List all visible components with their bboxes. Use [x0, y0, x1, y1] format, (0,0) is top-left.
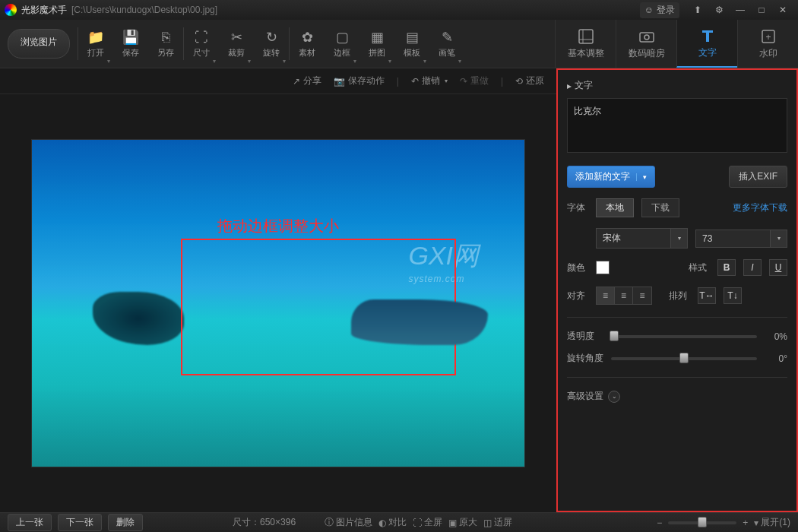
template-icon: ▤	[406, 29, 419, 46]
align-label: 对齐	[567, 290, 588, 302]
brush-icon: ✎	[442, 29, 453, 46]
next-image-button[interactable]: 下一张	[58, 514, 102, 531]
zoom-out-button[interactable]: −	[657, 518, 662, 528]
arrange-vertical-button[interactable]: T↓	[724, 287, 742, 304]
image-info-button[interactable]: ⓘ图片信息	[325, 516, 372, 529]
canvas-area: ↗分享 📷保存动作 | ↶撤销▾ ↷重做 | ⟲还原 GXI网system.co…	[0, 68, 556, 512]
bold-button[interactable]: B	[717, 259, 736, 276]
mode-text[interactable]: 文字	[676, 20, 737, 68]
style-label: 样式	[689, 261, 710, 274]
align-left-icon: ≡	[603, 290, 608, 301]
original-size-button[interactable]: ▣原大	[448, 516, 477, 529]
chevron-down-icon: ▾	[458, 58, 461, 65]
mode-watermark[interactable]: + 水印	[737, 20, 798, 68]
minimize-button[interactable]: —	[730, 2, 751, 18]
restore-button[interactable]: ⟲还原	[515, 74, 544, 87]
main-toolbar: 浏览图片 📁打开▾ 💾保存 ⎘另存 ⛶尺寸▾ ✂裁剪▾ ↻旋转▾ ✿素材 ▢边框…	[0, 20, 798, 68]
prev-image-button[interactable]: 上一张	[8, 514, 52, 531]
text-vertical-icon: T↓	[727, 290, 737, 301]
align-left-button[interactable]: ≡	[597, 287, 615, 304]
tool-template[interactable]: ▤模板▾	[394, 20, 429, 68]
tool-rotate[interactable]: ↻旋转▾	[254, 20, 289, 68]
tool-save[interactable]: 💾保存	[113, 20, 148, 68]
text-content-input[interactable]	[567, 98, 787, 153]
text-icon	[698, 27, 717, 45]
color-picker[interactable]	[596, 261, 610, 274]
dimensions-label: 尺寸：650×396	[233, 516, 296, 529]
tool-saveas[interactable]: ⎘另存	[148, 20, 183, 68]
save-action-button[interactable]: 📷保存动作	[334, 74, 385, 87]
panel-header[interactable]: ▸文字	[567, 76, 787, 95]
close-button[interactable]: ✕	[772, 2, 793, 18]
rotate-icon: ↻	[266, 29, 277, 46]
save-icon: 💾	[122, 29, 139, 46]
chevron-down-icon: ▾	[107, 58, 110, 65]
font-label: 字体	[567, 201, 588, 214]
login-button[interactable]: ☺ 登录	[640, 2, 679, 18]
fit-screen-button[interactable]: ◫适屏	[483, 516, 512, 529]
chevron-down-icon[interactable]: ▾	[771, 230, 787, 248]
tool-open[interactable]: 📁打开▾	[78, 20, 113, 68]
canvas-toolbar: ↗分享 📷保存动作 | ↶撤销▾ ↷重做 | ⟲还原	[0, 68, 556, 94]
font-tab-local[interactable]: 本地	[596, 198, 634, 217]
settings-button[interactable]: ⚙	[708, 2, 730, 18]
delete-image-button[interactable]: 删除	[108, 514, 143, 531]
underline-button[interactable]: U	[769, 259, 787, 276]
browse-images-button[interactable]: 浏览图片	[8, 29, 70, 59]
mode-basic-adjust[interactable]: 基本调整	[555, 20, 616, 68]
arrange-label: 排列	[669, 290, 690, 302]
font-family-dropdown[interactable]: 宋体 ▾	[596, 228, 688, 249]
zoom-in-button[interactable]: +	[743, 518, 748, 528]
folder-icon: 📁	[87, 29, 104, 46]
canvas-viewport[interactable]: GXI网system.com 拖动边框调整大小	[0, 94, 556, 512]
rotation-label: 旋转角度	[567, 352, 603, 365]
arrange-horizontal-button[interactable]: T↔	[698, 287, 716, 304]
svg-text:+: +	[765, 32, 771, 43]
mode-darkroom[interactable]: 数码暗房	[616, 20, 676, 68]
tool-crop[interactable]: ✂裁剪▾	[219, 20, 254, 68]
chevron-down-icon[interactable]: ▾	[636, 173, 647, 181]
app-name: 光影魔术手	[21, 4, 67, 17]
border-icon: ▢	[336, 29, 349, 46]
font-tab-download[interactable]: 下载	[641, 198, 679, 217]
italic-button[interactable]: I	[743, 259, 762, 276]
chevron-down-icon: ▾	[213, 58, 216, 65]
font-size-dropdown[interactable]: 73 ▾	[695, 230, 787, 248]
tool-collage[interactable]: ▦拼图▾	[359, 20, 394, 68]
svg-rect-1	[640, 33, 654, 42]
titlebar: 光影魔术手 [C:\Users\kunduogx\Desktop\00.jpg]…	[0, 0, 798, 20]
originalsize-icon: ▣	[448, 518, 457, 528]
expand-button[interactable]: ▾展开(1)	[754, 516, 790, 529]
add-text-button[interactable]: 添加新的文字▾	[567, 166, 655, 188]
maximize-button[interactable]: □	[751, 2, 772, 18]
tool-brush[interactable]: ✎画笔▾	[429, 20, 464, 68]
align-right-button[interactable]: ≡	[633, 287, 651, 304]
tool-sticker[interactable]: ✿素材	[290, 20, 325, 68]
tool-resize[interactable]: ⛶尺寸▾	[184, 20, 219, 68]
photo-canvas[interactable]: GXI网system.com 拖动边框调整大小	[31, 139, 525, 467]
opacity-slider[interactable]	[611, 335, 757, 338]
chevron-down-icon: ▾	[353, 58, 356, 65]
text-selection-box[interactable]	[181, 239, 456, 375]
info-icon: ⓘ	[325, 516, 334, 529]
compare-button[interactable]: ◐对比	[378, 516, 407, 529]
annotation-hint: 拖动边框调整大小	[217, 216, 339, 236]
fit-icon: ◫	[483, 518, 492, 528]
rotation-slider[interactable]	[611, 357, 757, 360]
text-horizontal-icon: T↔	[699, 290, 714, 301]
insert-exif-button[interactable]: 插入EXIF	[729, 166, 787, 188]
fullscreen-button[interactable]: ⛶全屏	[413, 516, 442, 529]
chevron-right-icon: ▸	[567, 81, 572, 91]
chevron-down-icon[interactable]: ▾	[671, 228, 688, 249]
tool-border[interactable]: ▢边框▾	[325, 20, 359, 68]
pin-button[interactable]: ⬆	[687, 2, 708, 18]
undo-button[interactable]: ↶撤销▾	[411, 74, 448, 87]
redo-button[interactable]: ↷重做	[460, 74, 489, 87]
zoom-slider[interactable]	[668, 521, 736, 524]
more-fonts-link[interactable]: 更多字体下载	[733, 201, 787, 214]
share-button[interactable]: ↗分享	[293, 74, 321, 87]
advanced-section-toggle[interactable]: 高级设置 ⌄	[567, 390, 787, 403]
align-center-button[interactable]: ≡	[615, 287, 633, 304]
collage-icon: ▦	[371, 29, 384, 46]
user-icon: ☺	[644, 5, 654, 15]
